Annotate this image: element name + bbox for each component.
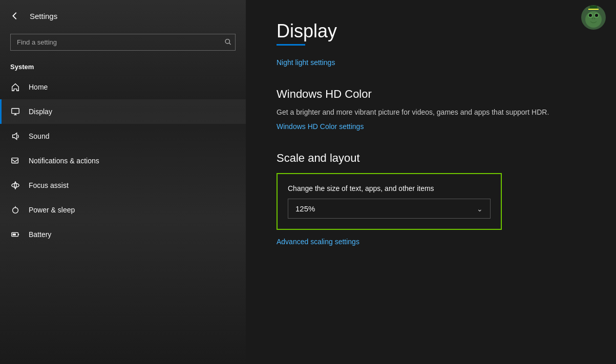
svg-point-7 <box>12 183 19 187</box>
search-box <box>10 34 236 51</box>
sidebar-item-notifications-label: Notifications & actions <box>29 157 99 165</box>
svg-line-1 <box>229 42 230 44</box>
search-icon <box>224 38 231 45</box>
search-input[interactable] <box>10 34 236 51</box>
hd-color-description: Get a brighter and more vibrant picture … <box>277 107 585 118</box>
svg-rect-6 <box>12 158 18 163</box>
svg-rect-2 <box>12 109 19 114</box>
svg-point-18 <box>592 18 593 19</box>
back-icon <box>10 11 19 20</box>
advanced-scaling-link[interactable]: Advanced scaling settings <box>277 238 359 246</box>
scale-box-label: Change the size of text, apps, and other… <box>288 184 491 192</box>
main-content: Display Night light settings Windows HD … <box>246 0 616 364</box>
scale-dropdown[interactable]: 125% ⌄ <box>288 199 491 219</box>
svg-point-16 <box>589 14 592 17</box>
sidebar-item-notifications[interactable]: Notifications & actions <box>0 148 246 173</box>
home-icon <box>10 82 20 92</box>
sidebar-item-sound[interactable]: Sound <box>0 124 246 148</box>
sidebar: Settings System Home Display <box>0 0 246 364</box>
title-underline <box>277 44 305 46</box>
sidebar-item-power-label: Power & sleep <box>29 206 75 214</box>
sidebar-item-focus-label: Focus assist <box>29 181 69 189</box>
scale-dropdown-value: 125% <box>295 204 315 213</box>
svg-point-8 <box>13 208 18 213</box>
sidebar-item-focus[interactable]: Focus assist <box>0 173 246 198</box>
scale-layout-title: Scale and layout <box>277 152 585 165</box>
chevron-down-icon: ⌄ <box>477 205 483 213</box>
system-label: System <box>0 59 246 75</box>
back-button[interactable] <box>8 9 22 23</box>
svg-rect-12 <box>13 233 16 235</box>
sidebar-item-home[interactable]: Home <box>0 75 246 99</box>
svg-point-19 <box>594 18 596 19</box>
avatar-area <box>581 5 606 30</box>
battery-icon <box>10 229 20 240</box>
svg-point-0 <box>225 39 229 43</box>
power-icon <box>10 205 20 215</box>
avatar-image <box>581 5 606 30</box>
focus-icon <box>10 180 20 190</box>
notifications-icon <box>10 156 20 166</box>
svg-point-17 <box>595 14 598 17</box>
app-title: Settings <box>30 12 57 20</box>
sidebar-item-display[interactable]: Display <box>0 99 246 124</box>
hd-color-title: Windows HD Color <box>277 88 585 101</box>
sidebar-item-home-label: Home <box>29 83 48 91</box>
sidebar-item-battery-label: Battery <box>29 230 51 239</box>
avatar <box>581 5 606 30</box>
sidebar-item-power[interactable]: Power & sleep <box>0 198 246 222</box>
svg-rect-22 <box>588 9 599 10</box>
svg-marker-5 <box>13 133 17 140</box>
sidebar-item-display-label: Display <box>29 108 52 116</box>
sound-icon <box>10 131 20 141</box>
sidebar-item-sound-label: Sound <box>29 132 49 140</box>
display-icon <box>10 106 20 117</box>
advanced-link-container: Advanced scaling settings <box>277 237 585 246</box>
sidebar-item-battery[interactable]: Battery <box>0 222 246 247</box>
sidebar-header: Settings <box>0 0 246 32</box>
scale-box: Change the size of text, apps, and other… <box>277 173 502 230</box>
hd-color-link[interactable]: Windows HD Color settings <box>277 122 364 131</box>
search-button[interactable] <box>224 38 231 47</box>
page-title: Display <box>277 20 585 42</box>
night-light-link[interactable]: Night light settings <box>277 58 335 67</box>
svg-point-13 <box>585 11 602 28</box>
